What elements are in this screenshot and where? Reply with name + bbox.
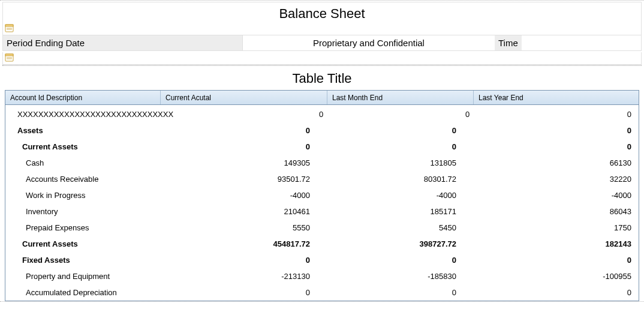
row-label: Work in Progress	[5, 191, 160, 200]
row-last-year: 182143	[473, 239, 639, 248]
note-icon[interactable]	[4, 23, 15, 34]
row-last-month: 398727.72	[327, 239, 473, 248]
row-label: Accumulated Depreciation	[5, 288, 160, 297]
table-row: Accounts Receivable93501.7280301.7232220	[5, 171, 639, 187]
row-current: 0	[160, 256, 327, 265]
table-row: Assets000	[5, 122, 639, 139]
table-row: Cash14930513180566130	[5, 155, 639, 171]
row-last-year: 0	[473, 256, 639, 265]
col-header-description[interactable]: Account Id Description	[5, 91, 160, 104]
row-last-month: 0	[340, 110, 486, 119]
row-label: Prepaid Expenses	[5, 223, 160, 232]
row-last-year: -100955	[473, 272, 639, 281]
header-section: Balance Sheet Period Ending Date Proprie…	[2, 2, 642, 51]
row-current: -4000	[160, 191, 327, 200]
svg-rect-5	[5, 54, 13, 56]
row-last-year: 0	[473, 142, 639, 151]
row-current: 0	[160, 126, 327, 135]
row-last-year: 66130	[473, 158, 639, 167]
time-cell: Time	[495, 35, 641, 50]
row-last-year: 0	[473, 126, 639, 135]
table-row: Current Assets454817.72398727.72182143	[5, 236, 639, 252]
row-last-month: -4000	[327, 191, 473, 200]
row-last-month: 5450	[327, 223, 473, 232]
report-container: Balance Sheet Period Ending Date Proprie…	[0, 0, 644, 302]
row-label: Cash	[5, 158, 160, 167]
row-last-year: 86043	[473, 207, 639, 216]
table-row: Inventory21046118517186043	[5, 203, 639, 220]
report-title-row: Balance Sheet	[3, 2, 641, 23]
row-last-month: 131805	[327, 158, 473, 167]
row-current: 0	[160, 288, 327, 297]
row-last-month: -185830	[327, 272, 473, 281]
row-current: 454817.72	[160, 239, 327, 248]
col-header-last-year[interactable]: Last Year End	[473, 91, 639, 104]
row-current: 93501.72	[160, 175, 327, 184]
table-row: Current Assets000	[5, 139, 639, 155]
table-header-row: Account Id Description Current Acutal La…	[5, 91, 639, 105]
period-ending-label: Period Ending Date	[3, 35, 243, 50]
confidential-label: Proprietary and Confidential	[243, 35, 495, 50]
row-last-month: 0	[327, 288, 473, 297]
row-current: 210461	[160, 207, 327, 216]
row-label: Accounts Receivable	[5, 175, 160, 184]
row-label: Current Assets	[5, 142, 160, 151]
info-bar: Period Ending Date Proprietary and Confi…	[3, 35, 641, 50]
row-label: Current Assets	[5, 239, 160, 248]
row-label: Fixed Assets	[5, 256, 160, 265]
row-last-year: -4000	[473, 191, 639, 200]
balance-sheet-table: Account Id Description Current Acutal La…	[5, 90, 639, 301]
table-row: Work in Progress-4000-4000-4000	[5, 187, 639, 203]
row-last-year: 0	[473, 288, 639, 297]
table-row: XXXXXXXXXXXXXXXXXXXXXXXXXXXXXX000	[5, 106, 639, 122]
svg-rect-1	[5, 25, 13, 26]
col-header-last-month[interactable]: Last Month End	[327, 91, 473, 104]
row-last-month: 0	[327, 126, 473, 135]
row-last-month: 80301.72	[327, 175, 473, 184]
table-row: Accumulated Depreciation000	[5, 284, 639, 301]
row-label: Assets	[5, 126, 160, 135]
icon-section	[2, 52, 642, 65]
time-label: Time	[495, 35, 522, 50]
row-label: Property and Equipment	[5, 272, 160, 281]
row-current: 149305	[160, 158, 327, 167]
row-last-month: 185171	[327, 207, 473, 216]
row-current: 0	[160, 142, 327, 151]
table-row: Property and Equipment-213130-185830-100…	[5, 268, 639, 284]
table-body: XXXXXXXXXXXXXXXXXXXXXXXXXXXXXX000Assets0…	[5, 105, 639, 301]
row-last-month: 0	[327, 256, 473, 265]
row-last-year: 32220	[473, 175, 639, 184]
row-current: -213130	[160, 272, 327, 281]
row-last-year: 0	[486, 110, 639, 119]
row-last-month: 0	[327, 142, 473, 151]
col-header-current[interactable]: Current Acutal	[160, 91, 327, 104]
report-title: Balance Sheet	[279, 6, 365, 21]
table-row: Prepaid Expenses555054501750	[5, 220, 639, 236]
row-current: 5550	[160, 223, 327, 232]
table-title: Table Title	[0, 66, 644, 90]
row-current: 0	[173, 110, 340, 119]
table-row: Fixed Assets000	[5, 252, 639, 268]
row-last-year: 1750	[473, 223, 639, 232]
note-icon[interactable]	[4, 52, 15, 63]
row-label: XXXXXXXXXXXXXXXXXXXXXXXXXXXXXX	[5, 110, 173, 119]
row-label: Inventory	[5, 207, 160, 216]
